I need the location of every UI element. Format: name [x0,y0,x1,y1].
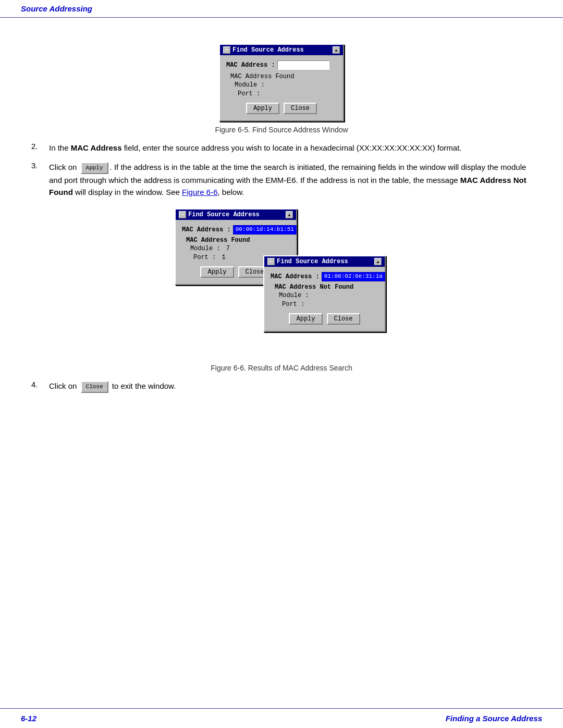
header: Source Addressing [0,0,563,18]
mac-address-row-1: MAC Address : [226,60,337,70]
dialog-1-titlebar: — Find Source Address ▲ [220,45,343,55]
not-found-msg: MAC Address Not Found [49,176,527,196]
figure1-container: — Find Source Address ▲ MAC Address : MA… [31,44,532,134]
dialog-front: — Find Source Address ▲ MAC Address : 01… [263,255,386,332]
mac-row-back: MAC Address : 00:00:1d:14:b1:51 [182,225,290,235]
mac-value-back: 00:00:1d:14:b1:51 [233,225,297,235]
section-label-back: MAC Address Found [186,237,290,244]
module-label-1: Module : [235,81,265,89]
dialog-front-body: MAC Address : 01:08:02:0e:31:1a MAC Addr… [264,267,385,331]
dialogs-overlap: — Find Source Address ▲ MAC Address : 00… [175,208,388,360]
mac-label-1: MAC Address : [226,61,275,69]
figure2-caption: Figure 6-6. Results of MAC Address Searc… [211,364,352,372]
figure1-caption: Figure 6-5. Find Source Address Window [215,126,348,134]
step-2-num: 2. [31,142,43,151]
module-row-1: Module : [235,81,337,89]
step-4-text-after: to exit the window. [112,381,176,390]
step-3-num: 3. [31,161,43,170]
mac-row-front: MAC Address : 01:08:02:0e:31:1a [271,272,378,281]
step-4-text: Click on Close to exit the window. [49,380,176,393]
footer-left: 6-12 [21,714,36,723]
dialog-1-title: Find Source Address [232,46,304,54]
step-2-field: MAC Address [71,143,122,152]
port-label-front: Port : [282,301,304,308]
step-2-text: In the MAC Address field, enter the sour… [49,142,461,154]
mac-input-1[interactable] [277,60,329,70]
section-label-front: MAC Address Not Found [275,283,378,291]
step-4-num: 4. [31,380,43,389]
apply-button-front[interactable]: Apply [289,313,322,325]
apply-button-1[interactable]: Apply [246,103,279,114]
dialog-1-body: MAC Address : MAC Address Found Module :… [220,55,343,120]
footer-right: Finding a Source Address [446,714,542,723]
mac-label-back: MAC Address : [182,226,231,233]
module-value-back: 7 [226,245,230,252]
mac-value-front: 01:08:02:0e:31:1a [322,272,385,281]
dialog-1: — Find Source Address ▲ MAC Address : MA… [219,44,344,121]
port-row-1: Port : [238,90,337,97]
figure2-container: — Find Source Address ▲ MAC Address : 00… [31,208,532,372]
close-button-1[interactable]: Close [284,103,317,114]
section-label-1: MAC Address Found [230,73,337,80]
dialog-front-menu-btn[interactable]: — [267,258,275,265]
dialog-front-title: Find Source Address [277,258,348,265]
close-inline-btn: Close [81,381,108,393]
main-content: — Find Source Address ▲ MAC Address : MA… [0,18,563,422]
port-label-back: Port : [193,254,216,261]
module-row-back: Module : 7 [190,245,290,252]
dialog-back-restore-btn[interactable]: ▲ [286,211,293,218]
dialog-1-restore-btn[interactable]: ▲ [333,46,340,54]
module-label-back: Module : [190,245,221,252]
dialog-back-titlebar: — Find Source Address ▲ [176,209,296,220]
dialog-1-buttons: Apply Close [226,103,337,114]
step4-list: 4. Click on Close to exit the window. [31,380,532,393]
step-4: 4. Click on Close to exit the window. [31,380,532,393]
module-label-front: Module : [279,292,309,299]
steps: 2. In the MAC Address field, enter the s… [31,142,532,198]
port-row-front: Port : [282,301,378,308]
dialog-back-title: Find Source Address [188,211,260,218]
header-title: Source Addressing [21,4,92,13]
step-3: 3. Click on Apply. If the address is in … [31,161,532,198]
figure-link[interactable]: Figure 6-6 [182,188,217,196]
module-row-front: Module : [279,292,378,299]
step-3-text: Click on Apply. If the address is in the… [49,161,532,198]
apply-button-back[interactable]: Apply [200,266,234,278]
dialog-1-menu-btn[interactable]: — [223,46,230,54]
mac-label-front: MAC Address : [271,273,320,280]
close-button-front[interactable]: Close [327,313,360,325]
dialog-back-menu-btn[interactable]: — [179,211,186,218]
dialog-front-restore-btn[interactable]: ▲ [374,258,382,265]
footer: 6-12 Finding a Source Address [0,708,563,728]
dialog-front-buttons: Apply Close [271,313,378,325]
step-2: 2. In the MAC Address field, enter the s… [31,142,532,154]
port-value-back: 1 [222,254,225,261]
dialog-front-titlebar: — Find Source Address ▲ [264,256,385,267]
apply-inline-btn: Apply [81,162,108,174]
port-label-1: Port : [238,90,260,97]
